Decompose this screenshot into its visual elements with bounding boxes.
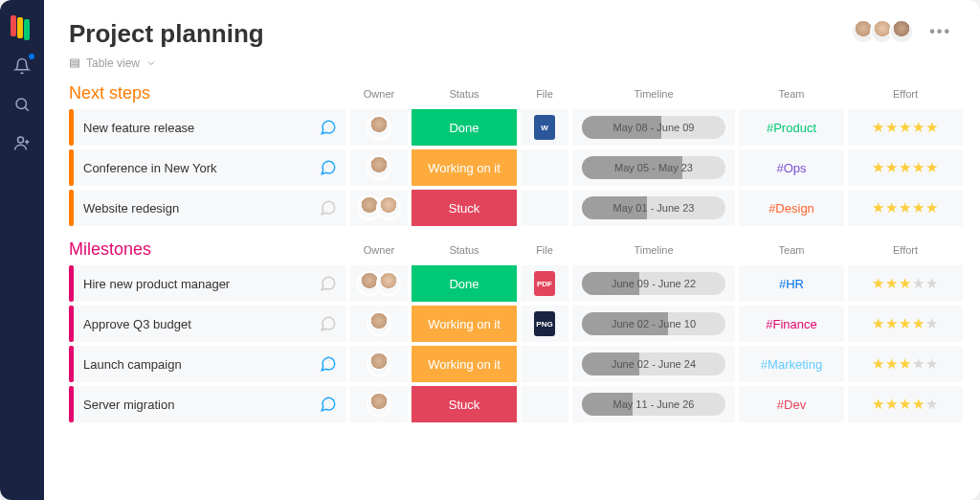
file-cell[interactable]: W	[521, 109, 568, 146]
team-cell[interactable]: #Ops	[739, 149, 844, 186]
col-status: Status	[412, 244, 517, 260]
status-cell[interactable]: Done	[412, 109, 517, 146]
owner-cell[interactable]	[350, 149, 408, 186]
owner-cell[interactable]	[350, 190, 408, 226]
effort-cell[interactable]: ★★★★★	[848, 386, 963, 422]
notification-dot	[29, 54, 34, 59]
table-row: Conference in New York Working on it May…	[69, 149, 955, 186]
status-cell[interactable]: Stuck	[412, 190, 517, 226]
item-name-cell[interactable]: Website redesign	[69, 190, 346, 226]
svg-rect-5	[71, 59, 79, 61]
group-next-steps: Next steps Owner Status File Timeline Te…	[69, 83, 955, 226]
col-team: Team	[739, 88, 844, 103]
group-color-bar	[69, 149, 74, 186]
effort-cell[interactable]: ★★★★★	[848, 265, 963, 302]
group-color-bar	[69, 346, 74, 382]
view-selector[interactable]: Table view	[69, 57, 264, 70]
item-name-cell[interactable]: Approve Q3 budget	[69, 306, 346, 342]
table-row: Website redesign Stuck May 01 - June 23 …	[69, 190, 955, 226]
owner-cell[interactable]	[350, 109, 408, 146]
timeline-cell[interactable]: June 02 - June 10	[572, 306, 735, 342]
status-cell[interactable]: Working on it	[412, 346, 517, 382]
item-name-cell[interactable]: Launch campaign	[69, 346, 346, 382]
timeline-cell[interactable]: May 11 - June 26	[572, 386, 735, 422]
file-cell[interactable]: PNG	[521, 306, 568, 342]
item-name-cell[interactable]: Hire new product manager	[69, 265, 346, 302]
team-cell[interactable]: #HR	[739, 265, 844, 302]
chat-icon[interactable]	[320, 396, 337, 413]
status-cell[interactable]: Stuck	[412, 386, 517, 422]
group-title[interactable]: Next steps	[69, 83, 346, 103]
effort-cell[interactable]: ★★★★★	[848, 149, 963, 186]
timeline-cell[interactable]: May 08 - June 09	[572, 109, 735, 146]
status-cell[interactable]: Working on it	[412, 149, 517, 186]
notifications-icon[interactable]	[11, 56, 33, 77]
col-file: File	[521, 244, 568, 260]
effort-cell[interactable]: ★★★★★	[848, 190, 963, 226]
group-milestones: Milestones Owner Status File Timeline Te…	[69, 239, 955, 422]
chat-icon[interactable]	[320, 355, 337, 373]
item-name: Conference in New York	[83, 161, 216, 175]
owner-cell[interactable]	[350, 306, 408, 342]
owner-cell[interactable]	[350, 346, 408, 382]
item-name: Approve Q3 budget	[83, 317, 191, 331]
status-cell[interactable]: Done	[412, 265, 517, 302]
col-effort: Effort	[848, 244, 963, 260]
chat-icon[interactable]	[320, 275, 337, 292]
chevron-down-icon	[145, 57, 157, 69]
timeline-cell[interactable]: June 09 - June 22	[572, 265, 735, 302]
timeline-cell[interactable]: May 05 - May 23	[572, 149, 735, 186]
file-cell[interactable]	[521, 346, 568, 382]
table-row: Launch campaign Working on it June 02 - …	[69, 346, 955, 382]
chat-icon[interactable]	[320, 199, 337, 216]
status-cell[interactable]: Working on it	[412, 306, 517, 342]
item-name-cell[interactable]: Conference in New York	[69, 149, 346, 186]
item-name-cell[interactable]: Server migration	[69, 386, 346, 422]
group-color-bar	[69, 190, 74, 226]
item-name: Hire new product manager	[83, 277, 230, 291]
svg-rect-7	[71, 65, 79, 67]
col-effort: Effort	[848, 88, 963, 103]
effort-cell[interactable]: ★★★★★	[848, 346, 963, 382]
file-cell[interactable]	[521, 386, 568, 422]
timeline-cell[interactable]: May 01 - June 23	[572, 190, 735, 226]
page-title: Project planning	[69, 19, 264, 49]
col-status: Status	[412, 88, 517, 103]
col-timeline: Timeline	[572, 88, 735, 103]
more-menu[interactable]: •••	[925, 23, 955, 40]
header-avatars[interactable]	[857, 19, 914, 44]
col-timeline: Timeline	[572, 244, 735, 260]
group-title[interactable]: Milestones	[69, 239, 346, 260]
file-cell[interactable]	[521, 190, 568, 226]
main-content: Project planning Table view ••• Next ste…	[44, 0, 980, 500]
group-color-bar	[69, 109, 74, 146]
view-label: Table view	[86, 57, 140, 70]
col-team: Team	[739, 244, 844, 260]
item-name-cell[interactable]: New feature release	[69, 109, 346, 146]
team-cell[interactable]: #Design	[739, 190, 844, 226]
owner-cell[interactable]	[350, 265, 408, 302]
svg-point-2	[18, 137, 24, 143]
add-user-icon[interactable]	[11, 132, 33, 153]
team-cell[interactable]: #Dev	[739, 386, 844, 422]
chat-icon[interactable]	[320, 315, 337, 332]
effort-cell[interactable]: ★★★★★	[848, 306, 963, 342]
team-cell[interactable]: #Marketing	[739, 346, 844, 382]
svg-rect-6	[71, 62, 79, 64]
team-cell[interactable]: #Product	[739, 109, 844, 146]
item-name: Launch campaign	[83, 357, 182, 372]
effort-cell[interactable]: ★★★★★	[848, 109, 963, 146]
timeline-cell[interactable]: June 02 - June 24	[572, 346, 735, 382]
owner-cell[interactable]	[350, 386, 408, 422]
file-cell[interactable]	[521, 149, 568, 186]
app-logo[interactable]	[11, 15, 33, 38]
chat-icon[interactable]	[320, 159, 337, 176]
chat-icon[interactable]	[320, 119, 337, 136]
col-file: File	[521, 88, 568, 103]
file-cell[interactable]: PDF	[521, 265, 568, 302]
col-owner: Owner	[350, 88, 408, 103]
left-sidebar	[0, 0, 44, 500]
table-row: Hire new product manager Done PDF June 0…	[69, 265, 955, 302]
team-cell[interactable]: #Finance	[739, 306, 844, 342]
search-icon[interactable]	[11, 94, 33, 115]
